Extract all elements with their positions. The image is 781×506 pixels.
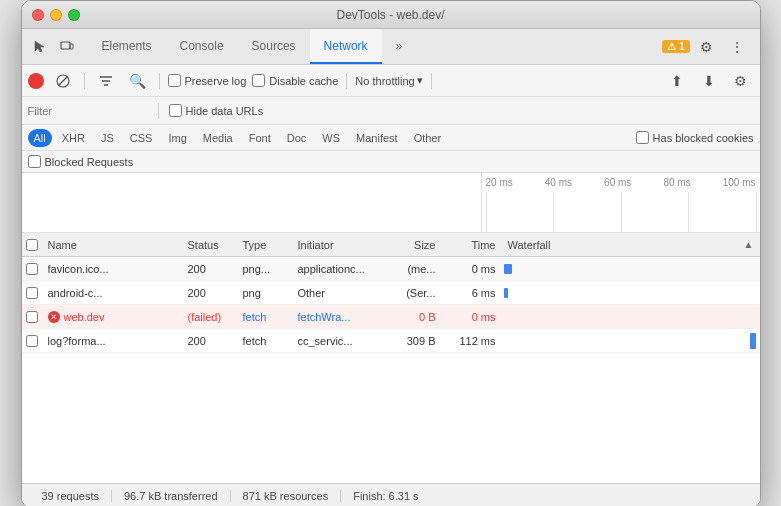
row-checkbox-cell [22, 335, 42, 347]
cell-size: (Ser... [382, 287, 442, 299]
th-name[interactable]: Name [42, 239, 182, 251]
filter-type-font[interactable]: Font [243, 129, 277, 147]
blocked-requests-row: Blocked Requests [22, 151, 760, 173]
tab-elements[interactable]: Elements [88, 29, 166, 64]
th-initiator[interactable]: Initiator [292, 239, 382, 251]
table-row[interactable]: log?forma... 200 fetch cc_servic... 309 … [22, 329, 760, 353]
throttle-select[interactable]: No throttling ▾ [355, 74, 422, 87]
cell-time: 112 ms [442, 335, 502, 347]
timeline-area: 20 ms 40 ms 60 ms 80 ms 100 ms [22, 173, 760, 233]
th-status[interactable]: Status [182, 239, 237, 251]
filter-type-media[interactable]: Media [197, 129, 239, 147]
filter-type-ws[interactable]: WS [316, 129, 346, 147]
export-button[interactable]: ⬇ [696, 68, 722, 94]
row-checkbox-cell [22, 263, 42, 275]
tick-40ms: 40 ms [545, 177, 572, 188]
svg-rect-1 [70, 44, 73, 49]
th-size[interactable]: Size [382, 239, 442, 251]
cell-waterfall [502, 329, 760, 352]
cell-name: favicon.ico... [42, 263, 182, 275]
maximize-button[interactable] [68, 9, 80, 21]
cell-size: 0 B [382, 311, 442, 323]
search-button[interactable]: 🔍 [125, 68, 151, 94]
resources-size: 871 kB resources [231, 490, 342, 502]
cell-type: png... [237, 263, 292, 275]
filter-row: Hide data URLs [22, 97, 760, 125]
filter-type-xhr[interactable]: XHR [56, 129, 91, 147]
preserve-log-label[interactable]: Preserve log [168, 74, 247, 87]
filter-input[interactable] [28, 105, 148, 117]
row-checkbox[interactable] [26, 311, 38, 323]
tab-network[interactable]: Network [310, 29, 382, 64]
preserve-log-checkbox[interactable] [168, 74, 181, 87]
minimize-button[interactable] [50, 9, 62, 21]
more-options-button[interactable]: ⋮ [724, 34, 750, 60]
inspect-cursor-button[interactable] [26, 34, 52, 60]
cell-time: 0 ms [442, 311, 502, 323]
filter-type-manifest[interactable]: Manifest [350, 129, 404, 147]
cell-status: 200 [182, 335, 237, 347]
row-checkbox-cell [22, 287, 42, 299]
cell-type: fetch [237, 335, 292, 347]
warning-badge[interactable]: ⚠ 1 [662, 40, 689, 53]
filter-type-img[interactable]: Img [162, 129, 192, 147]
settings-button[interactable]: ⚙ [694, 34, 720, 60]
th-type[interactable]: Type [237, 239, 292, 251]
record-button[interactable] [28, 73, 44, 89]
disable-cache-checkbox[interactable] [252, 74, 265, 87]
row-checkbox[interactable] [26, 263, 38, 275]
import-button[interactable]: ⬆ [664, 68, 690, 94]
requests-count: 39 requests [30, 490, 112, 502]
cell-status: 200 [182, 263, 237, 275]
network-settings-button[interactable]: ⚙ [728, 68, 754, 94]
network-table: Name Status Type Initiator Size Time Wat… [22, 233, 760, 483]
status-bar: 39 requests 96.7 kB transferred 871 kB r… [22, 483, 760, 506]
select-all-checkbox[interactable] [26, 239, 38, 251]
window-title: DevTools - web.dev/ [336, 8, 444, 22]
tab-more[interactable]: » [382, 29, 417, 64]
filter-type-all[interactable]: All [28, 129, 52, 147]
row-checkbox-cell [22, 311, 42, 323]
cell-waterfall [502, 257, 760, 280]
blocked-requests-checkbox[interactable] [28, 155, 41, 168]
tab-sources[interactable]: Sources [238, 29, 310, 64]
hide-data-urls-label[interactable]: Hide data URLs [169, 104, 264, 117]
blocked-requests-label[interactable]: Blocked Requests [28, 155, 134, 168]
filter-type-other[interactable]: Other [408, 129, 448, 147]
table-row[interactable]: favicon.ico... 200 png... applicationc..… [22, 257, 760, 281]
filter-type-js[interactable]: JS [95, 129, 120, 147]
transferred-size: 96.7 kB transferred [112, 490, 231, 502]
clear-button[interactable] [50, 68, 76, 94]
filter-button[interactable] [93, 68, 119, 94]
tabs-bar: Elements Console Sources Network » ⚠ 1 ⚙ [22, 29, 760, 65]
has-blocked-cookies-label[interactable]: Has blocked cookies [636, 131, 754, 144]
has-blocked-cookies-checkbox[interactable] [636, 131, 649, 144]
row-checkbox[interactable] [26, 287, 38, 299]
hide-data-urls-checkbox[interactable] [169, 104, 182, 117]
table-row-error[interactable]: ✕ web.dev (failed) fetch fetchWra... 0 B… [22, 305, 760, 329]
row-checkbox[interactable] [26, 335, 38, 347]
cell-time: 0 ms [442, 263, 502, 275]
th-time[interactable]: Time [442, 239, 502, 251]
th-waterfall[interactable]: Waterfall ▲ [502, 239, 760, 251]
upload-download-icons: ⬆ ⬇ [664, 68, 722, 94]
cell-name: log?forma... [42, 335, 182, 347]
header-checkbox-cell [22, 239, 42, 251]
device-toggle-button[interactable] [54, 34, 80, 60]
disable-cache-label[interactable]: Disable cache [252, 74, 338, 87]
separator-1 [84, 73, 85, 89]
cell-time: 6 ms [442, 287, 502, 299]
filter-type-css[interactable]: CSS [124, 129, 159, 147]
close-button[interactable] [32, 9, 44, 21]
tabs-main: Elements Console Sources Network » [88, 29, 663, 64]
filter-sep [158, 103, 159, 119]
separator-3 [346, 73, 347, 89]
table-row[interactable]: android-c... 200 png Other (Ser... 6 ms [22, 281, 760, 305]
cell-waterfall [502, 305, 760, 328]
tabs-right-icons: ⚠ 1 ⚙ ⋮ [662, 29, 755, 64]
tick-20ms: 20 ms [486, 177, 513, 188]
waterfall-bar-tall [750, 333, 756, 349]
tab-console[interactable]: Console [166, 29, 238, 64]
cell-name: android-c... [42, 287, 182, 299]
filter-type-doc[interactable]: Doc [281, 129, 313, 147]
